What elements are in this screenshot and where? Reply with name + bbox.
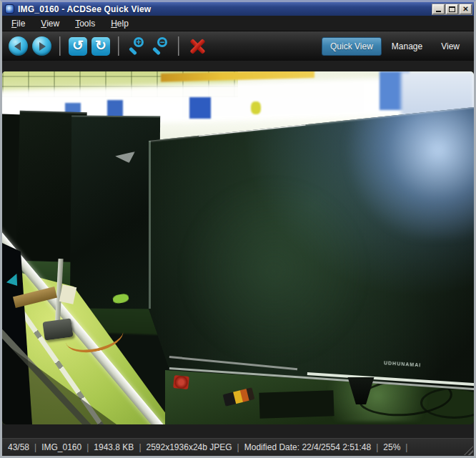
photo-viewport[interactable]: UDHUNAMAI xyxy=(2,71,474,424)
maximize-icon xyxy=(449,6,455,12)
menu-view[interactable]: View xyxy=(34,16,66,31)
menu-file[interactable]: File xyxy=(5,16,31,31)
rotate-right-button[interactable]: ↻ xyxy=(91,37,110,56)
toolbar: ↺ ↻ + − Quick View Manage View xyxy=(2,31,474,61)
rotate-left-button[interactable]: ↺ xyxy=(69,37,87,56)
status-dimensions: 2592x1936x24b JPEG xyxy=(147,442,232,452)
minimize-icon xyxy=(436,11,441,12)
toolbar-separator xyxy=(178,36,179,56)
toolbar-separator xyxy=(59,36,61,56)
window-controls: ✕ xyxy=(432,4,472,14)
arrow-right-icon xyxy=(39,42,46,51)
status-filename: IMG_0160 xyxy=(41,442,81,452)
delete-button[interactable] xyxy=(188,36,207,56)
status-zoom-level: 25% xyxy=(383,442,400,452)
resize-grip[interactable] xyxy=(464,446,473,455)
tv-third xyxy=(70,115,160,309)
mode-view-button[interactable]: View xyxy=(432,37,468,56)
red-sticker xyxy=(173,375,189,389)
close-icon: ✕ xyxy=(462,6,469,13)
viewer-content-area: UDHUNAMAI xyxy=(2,61,474,438)
acdsee-quick-view-window: IMG_0160 - ACDSee Quick View ✕ File View… xyxy=(0,0,476,458)
menu-bar: File View Tools Help xyxy=(2,16,474,31)
toolbar-separator xyxy=(118,36,119,56)
close-button[interactable]: ✕ xyxy=(460,4,472,14)
dark-box xyxy=(259,390,334,419)
mode-manage-button[interactable]: Manage xyxy=(383,37,431,56)
title-bar: IMG_0160 - ACDSee Quick View ✕ xyxy=(2,2,474,16)
arrow-left-icon xyxy=(14,42,21,51)
app-icon xyxy=(5,4,14,14)
mode-switcher: Quick View Manage View xyxy=(322,37,470,56)
maximize-button[interactable] xyxy=(446,4,458,14)
status-bar: 43/58 | IMG_0160 | 1943.8 KB | 2592x1936… xyxy=(2,438,474,456)
tv-left-bezel-highlight xyxy=(149,141,151,309)
menu-tools[interactable]: Tools xyxy=(69,16,101,31)
next-image-button[interactable] xyxy=(32,36,51,56)
zoom-in-button[interactable]: + xyxy=(127,36,147,56)
previous-image-button[interactable] xyxy=(9,36,28,56)
status-modified-date: Modified Date: 22/4/2554 2:51:48 xyxy=(244,442,371,452)
minimize-button[interactable] xyxy=(432,4,445,14)
tv-brand-logo: UDHUNAMAI xyxy=(384,360,448,369)
blue-pillar xyxy=(189,97,211,119)
status-filesize: 1943.8 KB xyxy=(94,442,134,452)
menu-help[interactable]: Help xyxy=(104,16,135,31)
mode-quick-view-button[interactable]: Quick View xyxy=(322,37,382,56)
zoom-out-button[interactable]: − xyxy=(151,36,170,56)
blue-pillar xyxy=(107,100,123,117)
yellow-fixture xyxy=(251,101,261,114)
status-position: 43/58 xyxy=(8,442,29,452)
window-title: IMG_0160 - ACDSee Quick View xyxy=(18,4,432,14)
